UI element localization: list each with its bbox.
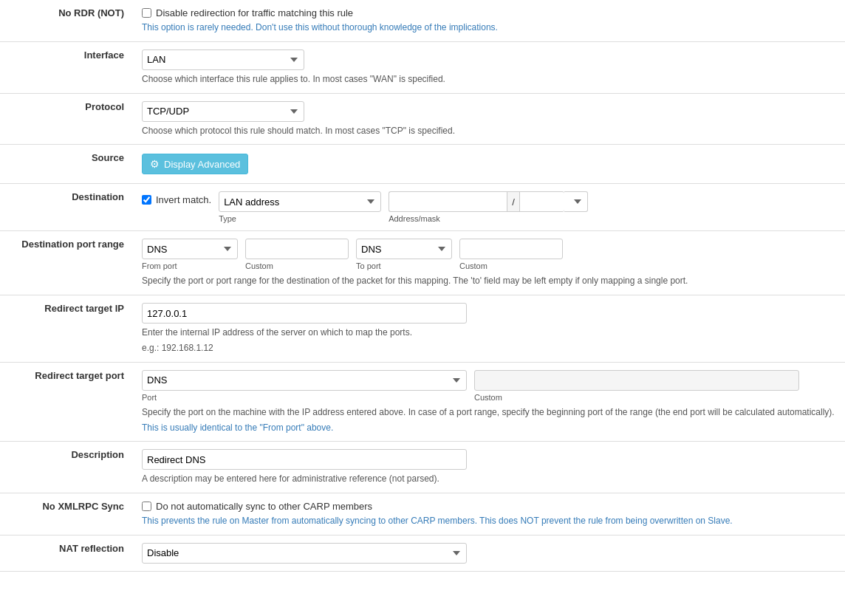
description-input[interactable] — [142, 449, 467, 470]
destination-address-input[interactable] — [389, 191, 507, 212]
redirect-port-help1: Specify the port on the machine with the… — [142, 406, 836, 419]
description-label: Description — [0, 442, 133, 493]
description-help: A description may be entered here for ad… — [142, 473, 836, 485]
interface-label: Interface — [0, 41, 133, 93]
interface-help: Choose which interface this rule applies… — [142, 73, 836, 86]
no-xmlrpc-checkbox-label: Do not automatically sync to other CARP … — [156, 501, 372, 512]
to-port-label: To port — [356, 261, 452, 270]
redirect-port-custom-label: Custom — [474, 393, 799, 402]
redirect-port-label-sub: Port — [142, 393, 467, 402]
no-xmlrpc-help: This prevents the rule on Master from au… — [142, 515, 836, 527]
destination-label: Destination — [0, 184, 133, 231]
display-advanced-label: Display Advanced — [164, 159, 240, 170]
destination-mask-select[interactable] — [564, 191, 588, 212]
no-rdr-checkbox-label: Disable redirection for traffic matching… — [156, 7, 353, 18]
to-port-select[interactable]: DNS HTTP HTTPS Custom — [356, 239, 452, 259]
nat-reflection-select[interactable]: Disable Enable (NAT + Proxy) Enable (Pur… — [142, 543, 467, 564]
protocol-label: Protocol — [0, 93, 133, 145]
destination-invert-label: Invert match. — [156, 194, 211, 205]
destination-type-select[interactable]: LAN address WAN address any Single host … — [219, 191, 381, 212]
no-xmlrpc-checkbox[interactable] — [142, 502, 151, 511]
protocol-select[interactable]: TCP/UDP TCP UDP ICMP — [142, 101, 304, 122]
destination-address-label: Address/mask — [389, 214, 588, 223]
redirect-ip-help2: e.g.: 192.168.1.12 — [142, 342, 836, 355]
from-port-label: From port — [142, 261, 238, 270]
no-rdr-checkbox[interactable] — [142, 8, 151, 18]
to-port-custom-input[interactable] — [459, 239, 563, 259]
redirect-ip-help1: Enter the internal IP address of the ser… — [142, 326, 836, 339]
slash-separator: / — [507, 191, 520, 212]
dest-port-range-label: Destination port range — [0, 231, 133, 295]
redirect-port-custom-input[interactable] — [474, 370, 799, 391]
protocol-help: Choose which protocol this rule should m… — [142, 125, 836, 137]
no-xmlrpc-label: No XMLRPC Sync — [0, 493, 133, 535]
from-port-select[interactable]: DNS HTTP HTTPS Custom — [142, 239, 238, 259]
display-advanced-button[interactable]: ⚙ Display Advanced — [142, 154, 248, 174]
destination-invert-checkbox[interactable] — [142, 195, 151, 205]
from-port-custom-input[interactable] — [245, 239, 349, 259]
no-rdr-label: No RDR (NOT) — [0, 0, 133, 41]
to-port-custom-label: Custom — [459, 261, 563, 270]
destination-type-label: Type — [219, 214, 381, 223]
source-label: Source — [0, 145, 133, 184]
destination-mask-input[interactable] — [520, 191, 564, 212]
redirect-ip-input[interactable] — [142, 303, 467, 324]
gear-icon: ⚙ — [150, 158, 160, 170]
interface-select[interactable]: LAN WAN LAN2 OPT1 — [142, 49, 304, 70]
no-rdr-help: This option is rarely needed. Don't use … — [142, 21, 836, 34]
nat-reflection-label: NAT reflection — [0, 535, 133, 571]
redirect-port-help2: This is usually identical to the "From p… — [142, 422, 836, 434]
dest-port-help: Specify the port or port range for the d… — [142, 275, 836, 287]
redirect-port-select[interactable]: DNS HTTP HTTPS Custom — [142, 370, 467, 391]
redirect-ip-label: Redirect target IP — [0, 295, 133, 363]
from-port-custom-label: Custom — [245, 261, 349, 270]
redirect-port-label: Redirect target port — [0, 362, 133, 442]
address-mask-group: / — [389, 191, 588, 212]
